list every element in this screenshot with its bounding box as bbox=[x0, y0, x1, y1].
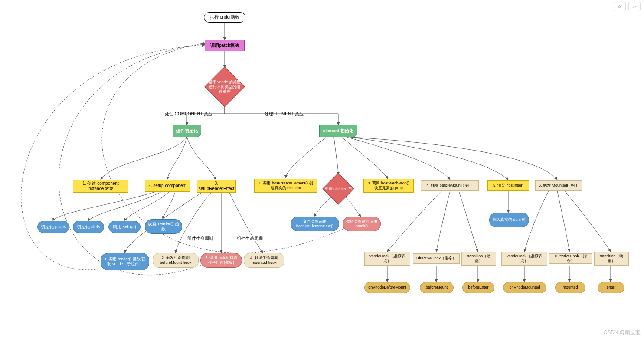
leaf-enter: enter bbox=[598, 282, 624, 293]
node-hook-trans2: transition（动画） bbox=[594, 252, 629, 266]
leaf-onVnodeMounted: onVnodeMounted bbox=[503, 282, 546, 293]
node-c3-step2: 2. 触发生命周期 beforeMount hook bbox=[153, 253, 199, 268]
node-hook-vnode2: vnodeHook（虚拟节点） bbox=[501, 252, 547, 266]
node-set-render: 设置 render() 函数 bbox=[145, 219, 182, 234]
node-component-init: 组件初始化 bbox=[173, 125, 201, 137]
edge-label-element: 处理ELEMENT 类型 bbox=[265, 111, 304, 117]
node-c3-step3: 3. 调用 patch 初始化子组件(递归) bbox=[200, 253, 242, 268]
expand-icon[interactable]: ⤢ bbox=[628, 2, 641, 11]
node-hook-dir2: DirectiveHook（指令） bbox=[549, 253, 592, 264]
node-e5-dom: 插入真实的 dom 树 bbox=[489, 213, 529, 227]
node-c3-step4: 4. 触发生命周期 mounted hook bbox=[244, 253, 284, 268]
node-call-setup: 调用 setup() bbox=[108, 221, 141, 233]
node-hook-dir1: DirectiveHook（指令） bbox=[413, 253, 460, 264]
node-c3-step1: 1. 调用 render() 函数 获取 vnode（子组件） bbox=[101, 253, 149, 270]
node-c2: 2. setup component bbox=[145, 180, 190, 192]
flowchart-canvas: ⟳ ⤢ bbox=[0, 0, 644, 338]
node-e5: 5. 渲染 hostInsert bbox=[487, 180, 529, 191]
node-e2-array: 数组类型循环调用 patch() bbox=[343, 217, 381, 231]
node-hook-vnode1: vnodeHook（虚拟节点） bbox=[364, 252, 410, 266]
edge-label-component: 处理 COMPONENT 类型 bbox=[165, 111, 212, 117]
node-c3: 3. setupRenderEffect bbox=[197, 180, 236, 193]
node-e2: 2. 处理 children 节点 bbox=[323, 174, 353, 204]
leaf-onVnodeBeforeMount: onVnodeBeforeMount bbox=[364, 282, 410, 293]
node-init-props: 初始化 props bbox=[37, 221, 69, 233]
node-hook-trans1: transition（动画） bbox=[461, 252, 496, 266]
node-e1: 1. 调用 hostCreateElement() 创建真实的 element bbox=[254, 179, 317, 193]
edges-layer bbox=[0, 0, 644, 338]
watermark: CSDN @顽皮宝 bbox=[603, 329, 641, 336]
node-patch: 调用patch算法 bbox=[205, 40, 245, 51]
node-init-slots: 初始化 slots bbox=[73, 221, 104, 233]
leaf-mounted: mounted bbox=[555, 282, 585, 293]
node-c1: 1. 创建 component instance 对象 bbox=[73, 180, 128, 193]
node-render-fn: 执行render函数 bbox=[204, 12, 245, 23]
node-e3: 3. 调用 hostPatchProp() 设置元素的 prop bbox=[363, 179, 414, 193]
toolbar: ⟳ ⤢ bbox=[614, 2, 641, 11]
leaf-beforeMount: beforeMount bbox=[420, 282, 454, 293]
node-decision: 基于 vnode 的类型进行不同类型的组件处理 bbox=[205, 67, 244, 106]
label-lifecycle-1: 组件生命周期 bbox=[187, 236, 213, 242]
refresh-icon[interactable]: ⟳ bbox=[614, 2, 626, 11]
node-element-init: element 初始化 bbox=[319, 125, 357, 137]
leaf-beforeEnter: beforeEnter bbox=[462, 282, 494, 293]
node-e4: 4. 触发 beforeMount() 钩子 bbox=[421, 180, 479, 191]
node-e6: 6. 触发 Mounted() 钩子 bbox=[535, 180, 582, 191]
node-e2-text: 文本类型调用 hostSetElementText() bbox=[291, 217, 339, 231]
label-lifecycle-2: 组件生命周期 bbox=[237, 236, 263, 242]
